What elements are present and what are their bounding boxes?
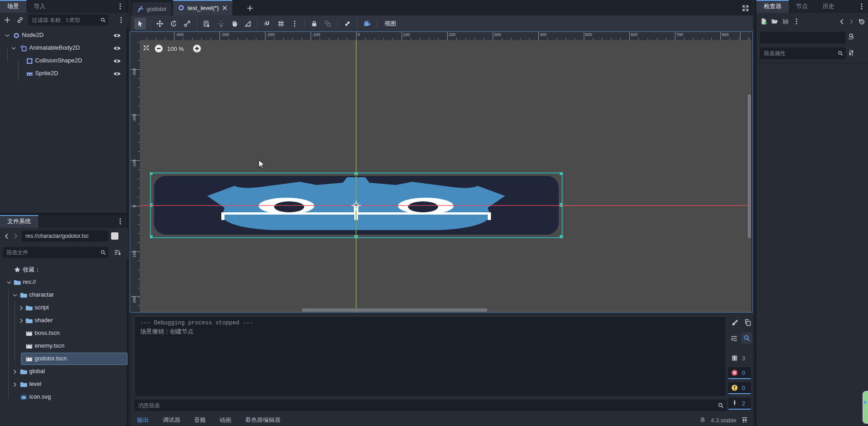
scene-filter-input[interactable]	[28, 15, 108, 26]
scene-tree-row[interactable]: Node2D	[0, 29, 128, 42]
output-log[interactable]: --- Debugging process stopped --- 场景撤销：创…	[134, 316, 726, 397]
scene-tree-row[interactable]: Sprite2D	[0, 67, 128, 80]
expand-arrow-icon[interactable]	[19, 318, 24, 323]
scene-tab-godotor[interactable]: godotor	[132, 2, 171, 15]
position-select-tool-button[interactable]	[214, 18, 226, 30]
grid-snap-button[interactable]	[275, 18, 287, 30]
file-row[interactable]: enemy.tscn	[0, 340, 128, 353]
file-row[interactable]: shader	[0, 314, 128, 327]
file-row[interactable]: boss.tscn	[0, 327, 128, 340]
clear-log-button[interactable]	[730, 317, 740, 328]
lock-button[interactable]	[308, 18, 320, 30]
snap-options-button[interactable]	[289, 18, 301, 30]
file-row[interactable]: res://	[0, 276, 128, 289]
save-resource-icon[interactable]	[782, 18, 789, 25]
property-filter-input[interactable]	[760, 47, 846, 59]
notification-bell-icon[interactable]	[699, 416, 706, 424]
visibility-eye-icon[interactable]	[113, 44, 121, 52]
expand-arrow-icon[interactable]	[11, 46, 16, 51]
history-back-icon[interactable]	[839, 19, 845, 25]
resource-menu-icon[interactable]	[793, 18, 800, 25]
list-select-tool-button[interactable]	[201, 18, 213, 30]
visibility-eye-icon[interactable]	[113, 31, 121, 40]
view-menu-button[interactable]: 视图	[380, 20, 401, 28]
filesystem-menu-button[interactable]	[116, 217, 125, 226]
file-row[interactable]: icon.svg	[0, 391, 128, 404]
visibility-eye-icon[interactable]	[113, 57, 121, 65]
collapse-log-button[interactable]	[729, 333, 740, 344]
distraction-free-button[interactable]	[740, 3, 751, 14]
smart-snap-button[interactable]	[261, 18, 273, 30]
scene-tree-row[interactable]: CollisionShape2D	[0, 55, 128, 67]
zoom-level-label[interactable]: 100 %	[167, 46, 184, 52]
tab-node[interactable]: 节点	[789, 0, 815, 13]
bottom-tab-动画[interactable]: 动画	[220, 416, 231, 424]
bottom-tab-音频[interactable]: 音频	[194, 416, 206, 424]
scene-tab-test-level[interactable]: test_level(*)	[173, 0, 232, 15]
expand-arrow-icon[interactable]	[6, 280, 12, 285]
expand-arrow-icon[interactable]	[12, 382, 18, 387]
scale-tool-button[interactable]	[181, 18, 193, 30]
tab-inspector[interactable]: 检查器	[756, 0, 789, 13]
vertical-scrollbar[interactable]	[748, 94, 751, 238]
center-view-icon[interactable]	[143, 44, 150, 51]
file-sort-button[interactable]	[112, 247, 123, 258]
file-row[interactable]: script	[0, 302, 128, 314]
scene-dock-menu-button[interactable]	[116, 2, 125, 11]
2d-viewport[interactable]: 100 %	[140, 40, 751, 313]
scene-tree-row[interactable]: AnimatableBody2D	[0, 42, 128, 55]
expand-arrow-icon[interactable]	[19, 305, 24, 311]
ruler-tool-button[interactable]	[242, 18, 254, 30]
expand-panel-icon[interactable]	[741, 416, 748, 424]
tab-scene[interactable]: 场景	[0, 0, 26, 13]
log-search-button[interactable]	[741, 333, 752, 344]
bottom-tab-调试器[interactable]: 调试器	[163, 416, 180, 424]
camera-override-button[interactable]	[361, 18, 373, 30]
group-button[interactable]	[322, 18, 334, 30]
scene-toolbar-menu-button[interactable]	[117, 15, 126, 25]
zoom-in-button[interactable]	[193, 44, 201, 53]
tab-history[interactable]: 历史	[815, 0, 842, 13]
close-icon[interactable]	[222, 5, 228, 11]
history-clock-icon[interactable]	[858, 18, 865, 25]
instance-scene-button[interactable]	[15, 15, 26, 26]
load-resource-icon[interactable]	[771, 18, 778, 25]
current-path-input[interactable]	[22, 231, 108, 241]
split-mode-button[interactable]	[111, 232, 118, 240]
file-filter-input[interactable]	[3, 247, 108, 258]
expand-arrow-icon[interactable]	[5, 33, 10, 38]
tab-filesystem[interactable]: 文件系统	[0, 215, 38, 228]
log-badge-errc[interactable]: 0	[728, 367, 751, 379]
file-row[interactable]: charactar	[0, 289, 128, 302]
rotate-tool-button[interactable]	[168, 18, 179, 30]
pan-tool-button[interactable]	[228, 18, 240, 30]
tab-import[interactable]: 导入	[26, 0, 53, 13]
move-tool-button[interactable]	[154, 18, 166, 30]
open-docs-icon[interactable]: DOC	[848, 33, 855, 40]
log-badge-warnc[interactable]: 0	[728, 382, 751, 394]
horizontal-scrollbar[interactable]	[302, 308, 487, 312]
nav-forward-button[interactable]	[10, 231, 21, 241]
history-forward-icon[interactable]	[848, 19, 854, 25]
inspector-dock-menu-button[interactable]	[857, 2, 866, 11]
expand-arrow-icon[interactable]	[12, 293, 18, 298]
expand-arrow-icon[interactable]	[12, 369, 18, 375]
file-row[interactable]: 收藏：	[0, 263, 128, 276]
visibility-eye-icon[interactable]	[113, 70, 121, 78]
property-tools-icon[interactable]	[848, 49, 855, 56]
new-scene-tab-button[interactable]	[245, 3, 255, 14]
new-resource-icon[interactable]	[760, 18, 767, 25]
bottom-tab-输出[interactable]: 输出	[137, 416, 149, 424]
bottom-tab-着色器编辑器[interactable]: 着色器编辑器	[245, 416, 281, 424]
copy-log-button[interactable]	[742, 317, 753, 328]
log-badge-pencil[interactable]: 2	[728, 398, 751, 410]
file-row[interactable]: level	[0, 378, 128, 391]
file-row[interactable]: global	[0, 365, 128, 378]
add-node-button[interactable]	[2, 15, 13, 26]
select-tool-button[interactable]	[134, 18, 146, 30]
file-row-selected[interactable]: godotor.tscn	[0, 353, 128, 365]
log-badge-alertsq[interactable]: 3	[728, 352, 751, 364]
zoom-out-button[interactable]	[154, 44, 163, 53]
message-filter-input[interactable]	[134, 400, 726, 411]
skeleton-options-button[interactable]	[342, 18, 353, 30]
